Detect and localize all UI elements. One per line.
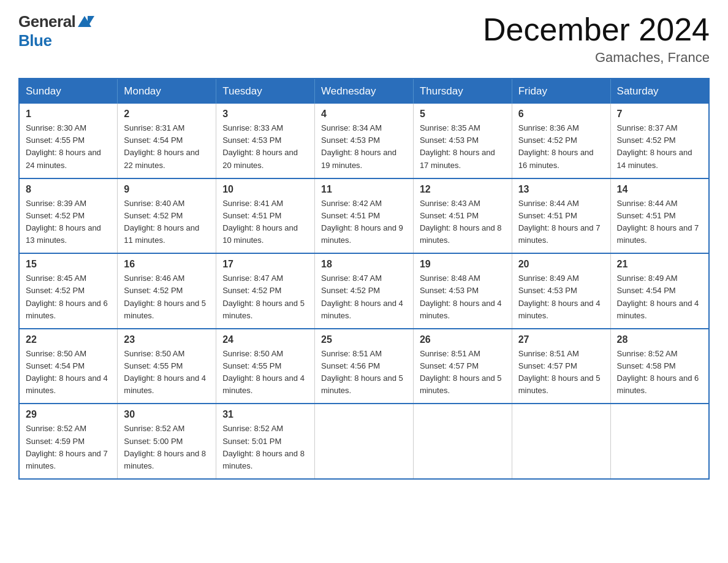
- header-wednesday: Wednesday: [315, 79, 414, 104]
- table-row: 9Sunrise: 8:40 AMSunset: 4:52 PMDaylight…: [118, 178, 216, 254]
- day-info: Sunrise: 8:36 AMSunset: 4:52 PMDaylight:…: [518, 122, 604, 172]
- day-number: 3: [222, 109, 308, 120]
- day-number: 9: [124, 184, 210, 195]
- table-row: 3Sunrise: 8:33 AMSunset: 4:53 PMDaylight…: [216, 104, 315, 178]
- table-row: 10Sunrise: 8:41 AMSunset: 4:51 PMDayligh…: [216, 178, 315, 254]
- calendar-week-row: 1Sunrise: 8:30 AMSunset: 4:55 PMDaylight…: [19, 104, 709, 178]
- table-row: [610, 404, 709, 479]
- day-number: 6: [518, 109, 604, 120]
- day-number: 23: [124, 334, 210, 345]
- day-number: 13: [518, 184, 604, 195]
- day-number: 20: [518, 259, 604, 270]
- table-row: 22Sunrise: 8:50 AMSunset: 4:54 PMDayligh…: [19, 329, 118, 404]
- day-number: 26: [420, 334, 506, 345]
- day-info: Sunrise: 8:43 AMSunset: 4:51 PMDaylight:…: [420, 197, 506, 247]
- table-row: 5Sunrise: 8:35 AMSunset: 4:53 PMDaylight…: [413, 104, 512, 178]
- month-title: December 2024: [483, 12, 710, 47]
- day-number: 19: [420, 259, 506, 270]
- table-row: 2Sunrise: 8:31 AMSunset: 4:54 PMDaylight…: [118, 104, 216, 178]
- logo-icon: [78, 16, 94, 27]
- day-info: Sunrise: 8:48 AMSunset: 4:53 PMDaylight:…: [420, 272, 506, 322]
- day-number: 12: [420, 184, 506, 195]
- day-info: Sunrise: 8:40 AMSunset: 4:52 PMDaylight:…: [124, 197, 210, 247]
- table-row: 29Sunrise: 8:52 AMSunset: 4:59 PMDayligh…: [19, 404, 118, 479]
- day-number: 21: [617, 259, 702, 270]
- day-number: 7: [617, 109, 702, 120]
- logo: General Blue: [18, 12, 94, 50]
- table-row: 20Sunrise: 8:49 AMSunset: 4:53 PMDayligh…: [512, 253, 610, 329]
- title-section: December 2024 Gamaches, France: [483, 12, 710, 66]
- table-row: [512, 404, 610, 479]
- calendar-week-row: 29Sunrise: 8:52 AMSunset: 4:59 PMDayligh…: [19, 404, 709, 479]
- table-row: 12Sunrise: 8:43 AMSunset: 4:51 PMDayligh…: [413, 178, 512, 254]
- day-info: Sunrise: 8:50 AMSunset: 4:55 PMDaylight:…: [222, 348, 308, 397]
- day-number: 2: [124, 109, 210, 120]
- calendar-week-row: 22Sunrise: 8:50 AMSunset: 4:54 PMDayligh…: [19, 329, 709, 404]
- day-info: Sunrise: 8:51 AMSunset: 4:56 PMDaylight:…: [321, 348, 407, 397]
- page-header: General Blue December 2024 Gamaches, Fra…: [18, 12, 710, 66]
- calendar-week-row: 15Sunrise: 8:45 AMSunset: 4:52 PMDayligh…: [19, 253, 709, 329]
- table-row: 23Sunrise: 8:50 AMSunset: 4:55 PMDayligh…: [118, 329, 216, 404]
- day-number: 5: [420, 109, 506, 120]
- day-info: Sunrise: 8:44 AMSunset: 4:51 PMDaylight:…: [617, 197, 702, 247]
- table-row: 28Sunrise: 8:52 AMSunset: 4:58 PMDayligh…: [610, 329, 709, 404]
- header-friday: Friday: [512, 79, 610, 104]
- table-row: 6Sunrise: 8:36 AMSunset: 4:52 PMDaylight…: [512, 104, 610, 178]
- day-info: Sunrise: 8:30 AMSunset: 4:55 PMDaylight:…: [26, 122, 111, 172]
- day-number: 30: [124, 409, 210, 420]
- logo-general-text: General: [18, 12, 75, 31]
- day-number: 28: [617, 334, 702, 345]
- header-monday: Monday: [118, 79, 216, 104]
- table-row: 19Sunrise: 8:48 AMSunset: 4:53 PMDayligh…: [413, 253, 512, 329]
- day-info: Sunrise: 8:37 AMSunset: 4:52 PMDaylight:…: [617, 122, 702, 172]
- table-row: 7Sunrise: 8:37 AMSunset: 4:52 PMDaylight…: [610, 104, 709, 178]
- day-info: Sunrise: 8:42 AMSunset: 4:51 PMDaylight:…: [321, 197, 407, 247]
- location-subtitle: Gamaches, France: [483, 50, 710, 66]
- day-number: 1: [26, 109, 111, 120]
- day-info: Sunrise: 8:52 AMSunset: 5:00 PMDaylight:…: [124, 423, 210, 472]
- table-row: 21Sunrise: 8:49 AMSunset: 4:54 PMDayligh…: [610, 253, 709, 329]
- day-number: 4: [321, 109, 407, 120]
- day-number: 8: [26, 184, 111, 195]
- table-row: 1Sunrise: 8:30 AMSunset: 4:55 PMDaylight…: [19, 104, 118, 178]
- table-row: 13Sunrise: 8:44 AMSunset: 4:51 PMDayligh…: [512, 178, 610, 254]
- day-info: Sunrise: 8:45 AMSunset: 4:52 PMDaylight:…: [26, 272, 111, 322]
- table-row: 18Sunrise: 8:47 AMSunset: 4:52 PMDayligh…: [315, 253, 414, 329]
- day-info: Sunrise: 8:39 AMSunset: 4:52 PMDaylight:…: [26, 197, 111, 247]
- day-number: 11: [321, 184, 407, 195]
- table-row: 30Sunrise: 8:52 AMSunset: 5:00 PMDayligh…: [118, 404, 216, 479]
- day-info: Sunrise: 8:52 AMSunset: 4:58 PMDaylight:…: [617, 348, 702, 397]
- header-tuesday: Tuesday: [216, 79, 315, 104]
- table-row: 4Sunrise: 8:34 AMSunset: 4:53 PMDaylight…: [315, 104, 414, 178]
- day-info: Sunrise: 8:52 AMSunset: 4:59 PMDaylight:…: [26, 423, 111, 472]
- calendar-table: Sunday Monday Tuesday Wednesday Thursday…: [18, 78, 710, 480]
- day-info: Sunrise: 8:34 AMSunset: 4:53 PMDaylight:…: [321, 122, 407, 172]
- logo-blue-text: Blue: [18, 31, 51, 50]
- day-info: Sunrise: 8:50 AMSunset: 4:55 PMDaylight:…: [124, 348, 210, 397]
- day-number: 17: [222, 259, 308, 270]
- table-row: 17Sunrise: 8:47 AMSunset: 4:52 PMDayligh…: [216, 253, 315, 329]
- table-row: 27Sunrise: 8:51 AMSunset: 4:57 PMDayligh…: [512, 329, 610, 404]
- table-row: 16Sunrise: 8:46 AMSunset: 4:52 PMDayligh…: [118, 253, 216, 329]
- table-row: 24Sunrise: 8:50 AMSunset: 4:55 PMDayligh…: [216, 329, 315, 404]
- table-row: 14Sunrise: 8:44 AMSunset: 4:51 PMDayligh…: [610, 178, 709, 254]
- calendar-week-row: 8Sunrise: 8:39 AMSunset: 4:52 PMDaylight…: [19, 178, 709, 254]
- day-info: Sunrise: 8:49 AMSunset: 4:53 PMDaylight:…: [518, 272, 604, 322]
- day-info: Sunrise: 8:35 AMSunset: 4:53 PMDaylight:…: [420, 122, 506, 172]
- day-info: Sunrise: 8:52 AMSunset: 5:01 PMDaylight:…: [222, 423, 308, 472]
- table-row: 11Sunrise: 8:42 AMSunset: 4:51 PMDayligh…: [315, 178, 414, 254]
- day-info: Sunrise: 8:33 AMSunset: 4:53 PMDaylight:…: [222, 122, 308, 172]
- day-number: 18: [321, 259, 407, 270]
- day-info: Sunrise: 8:31 AMSunset: 4:54 PMDaylight:…: [124, 122, 210, 172]
- header-saturday: Saturday: [610, 79, 709, 104]
- day-info: Sunrise: 8:46 AMSunset: 4:52 PMDaylight:…: [124, 272, 210, 322]
- calendar-header-row: Sunday Monday Tuesday Wednesday Thursday…: [19, 79, 709, 104]
- day-number: 16: [124, 259, 210, 270]
- day-info: Sunrise: 8:41 AMSunset: 4:51 PMDaylight:…: [222, 197, 308, 247]
- day-number: 29: [26, 409, 111, 420]
- day-info: Sunrise: 8:44 AMSunset: 4:51 PMDaylight:…: [518, 197, 604, 247]
- day-number: 14: [617, 184, 702, 195]
- day-info: Sunrise: 8:47 AMSunset: 4:52 PMDaylight:…: [222, 272, 308, 322]
- table-row: 15Sunrise: 8:45 AMSunset: 4:52 PMDayligh…: [19, 253, 118, 329]
- day-info: Sunrise: 8:51 AMSunset: 4:57 PMDaylight:…: [420, 348, 506, 397]
